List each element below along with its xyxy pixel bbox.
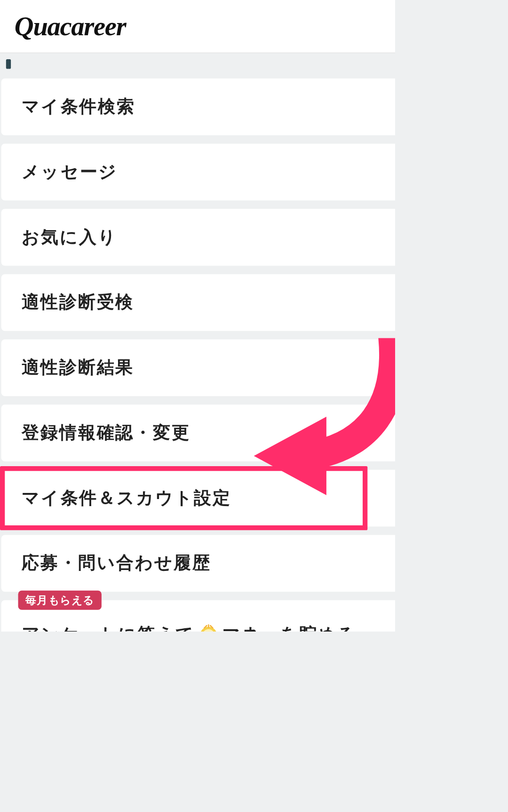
menu-label: 応募・問い合わせ履歴 [22, 551, 211, 575]
menu-label: 適性診断結果 [22, 356, 134, 380]
menu-label: マイ条件検索 [22, 95, 135, 119]
app-logo: Quacareer [15, 11, 126, 42]
menu-item-favorites[interactable]: お気に入り [1, 209, 395, 266]
menu-label: メッセージ [22, 160, 118, 184]
monthly-badge: 毎月もらえる [18, 591, 102, 610]
partial-row-peek [0, 53, 395, 71]
menu-content: マイ条件検索 メッセージ お気に入り 適性診断受検 [0, 53, 395, 632]
menu-label: お気に入り [22, 225, 117, 249]
survey-prefix: アンケートに答えて [22, 623, 195, 632]
menu-item-registration-info[interactable]: 登録情報確認・変更 [1, 405, 395, 461]
menu-item-aptitude-result[interactable]: 適性診断結果 [1, 339, 395, 396]
menu-item-application-history[interactable]: 応募・問い合わせ履歴 [1, 535, 395, 592]
menu-item-my-search[interactable]: マイ条件検索 [1, 78, 395, 135]
menu-list: マイ条件検索 メッセージ お気に入り 適性診断受検 [0, 71, 395, 632]
peek-fragment [6, 59, 11, 69]
menu-label: 登録情報確認・変更 [22, 421, 190, 445]
survey-suffix: マネーを貯める [222, 623, 357, 632]
coin-icon [198, 625, 219, 632]
menu-item-aptitude-test[interactable]: 適性診断受検 [1, 274, 395, 331]
menu-label: アンケートに答えて マネーを貯める [22, 623, 357, 632]
app-header: Quacareer [0, 0, 395, 53]
menu-label: 適性診断受検 [22, 290, 134, 314]
menu-item-scout-settings[interactable]: マイ条件＆スカウト設定 [1, 470, 395, 527]
menu-label: マイ条件＆スカウト設定 [22, 486, 231, 510]
menu-item-messages[interactable]: メッセージ [1, 144, 395, 201]
menu-item-survey[interactable]: 毎月もらえる アンケートに答えて マネーを貯める [1, 600, 395, 632]
